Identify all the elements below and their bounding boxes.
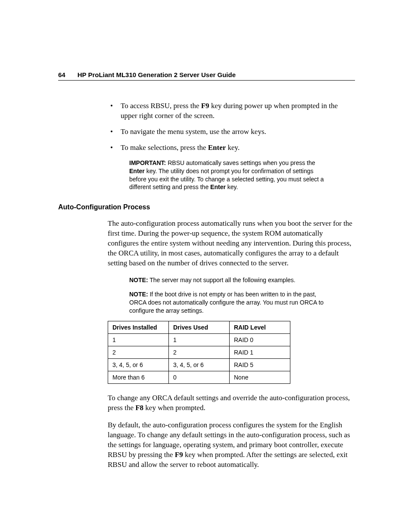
section-heading: Auto-Configuration Process <box>58 203 355 211</box>
table-cell: 3, 4, 5, or 6 <box>108 358 169 371</box>
key-f9: F9 <box>175 451 183 459</box>
table-header: Drives Installed <box>108 321 169 333</box>
body-paragraph: The auto-configuration process automatic… <box>108 219 355 268</box>
bullet-text: To access RBSU, press the <box>121 102 201 110</box>
table-cell: None <box>230 371 290 383</box>
table-row: 1 1 RAID 0 <box>108 333 290 346</box>
table-header: RAID Level <box>230 321 290 333</box>
bullet-item: To navigate the menu system, use the arr… <box>108 127 355 137</box>
table-cell: RAID 0 <box>230 333 290 346</box>
page-header: 64 HP ProLiant ML310 Generation 2 Server… <box>58 71 355 81</box>
key-enter: Enter <box>208 143 226 152</box>
table-cell: 0 <box>169 371 230 383</box>
note-text: If the boot drive is not empty or has be… <box>129 291 324 314</box>
table-cell: More than 6 <box>108 371 169 383</box>
key-enter: Enter <box>210 184 226 190</box>
table-cell: 1 <box>169 333 230 346</box>
key-f8: F8 <box>135 404 143 412</box>
bullet-text: key. <box>226 143 240 152</box>
bullet-item: To access RBSU, press the F9 key during … <box>108 101 355 121</box>
important-text: key. <box>226 184 238 190</box>
note-text: The server may not support all the follo… <box>148 277 296 283</box>
bullet-item: To make selections, press the Enter key. <box>108 143 355 153</box>
bullet-text: To make selections, press the <box>121 143 208 152</box>
page-content: 64 HP ProLiant ML310 Generation 2 Server… <box>0 0 411 521</box>
table-cell: 3, 4, 5, or 6 <box>169 358 230 371</box>
table-cell: 1 <box>108 333 169 346</box>
table-cell: 2 <box>169 346 230 358</box>
table-row: More than 6 0 None <box>108 371 290 383</box>
note-block: NOTE: If the boot drive is not empty or … <box>129 290 327 315</box>
table-header-row: Drives Installed Drives Used RAID Level <box>108 321 290 333</box>
doc-title: HP ProLiant ML310 Generation 2 Server Us… <box>78 71 236 78</box>
note-block: NOTE: The server may not support all the… <box>129 276 327 284</box>
body-paragraph: By default, the auto-configuration proce… <box>108 420 355 470</box>
table-cell: RAID 5 <box>230 358 290 371</box>
key-f9: F9 <box>201 102 209 110</box>
important-note: IMPORTANT: RBSU automatically saves sett… <box>129 159 327 192</box>
important-text: RBSU automatically saves settings when y… <box>166 159 315 166</box>
key-enter: Enter <box>129 168 145 174</box>
table-row: 2 2 RAID 1 <box>108 346 290 358</box>
bullet-list: To access RBSU, press the F9 key during … <box>108 101 355 153</box>
body-paragraph: To change any ORCA default settings and … <box>108 393 355 413</box>
bullet-text: To navigate the menu system, use the arr… <box>121 128 266 136</box>
note-label: NOTE: <box>129 291 148 298</box>
raid-table: Drives Installed Drives Used RAID Level … <box>108 321 290 384</box>
table-row: 3, 4, 5, or 6 3, 4, 5, or 6 RAID 5 <box>108 358 290 371</box>
page-number: 64 <box>58 71 65 78</box>
table-cell: 2 <box>108 346 169 358</box>
table-header: Drives Used <box>169 321 230 333</box>
para-text: key when prompted. <box>143 404 206 412</box>
table-cell: RAID 1 <box>230 346 290 358</box>
important-label: IMPORTANT: <box>129 159 166 166</box>
note-label: NOTE: <box>129 277 148 283</box>
